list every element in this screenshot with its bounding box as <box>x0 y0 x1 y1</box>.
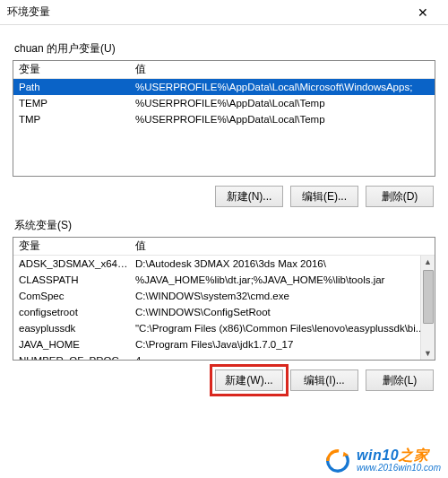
watermark-text: win10之家 www.2016win10.com <box>357 448 441 473</box>
col-header-name[interactable]: 变量 <box>13 239 130 254</box>
watermark-url: www.2016win10.com <box>357 464 441 474</box>
edit-system-var-button[interactable]: 编辑(I)... <box>290 369 358 391</box>
cell-value: %USERPROFILE%\AppData\Local\Temp <box>130 98 435 109</box>
cell-value: C:\Program Files\Java\jdk1.7.0_17 <box>130 339 435 350</box>
new-user-var-button[interactable]: 新建(N)... <box>215 186 283 207</box>
cell-value: %JAVA_HOME%lib\dt.jar;%JAVA_HOME%\lib\to… <box>130 274 435 285</box>
user-vars-list[interactable]: 变量 值 Path %USERPROFILE%\AppData\Local\Mi… <box>13 60 435 177</box>
close-icon[interactable]: ✕ <box>405 0 441 25</box>
cell-value: %USERPROFILE%\AppData\Local\Temp <box>130 114 435 125</box>
scroll-up-icon[interactable]: ▲ <box>422 256 435 268</box>
cell-name: ADSK_3DSMAX_x64_2016 <box>13 258 130 269</box>
system-vars-label: 系统变量(S) <box>14 218 435 233</box>
col-header-value[interactable]: 值 <box>130 239 435 254</box>
system-vars-header: 变量 值 <box>13 238 435 256</box>
system-vars-list[interactable]: 变量 值 ADSK_3DSMAX_x64_2016 D:\Autodesk 3D… <box>13 237 435 361</box>
cell-name: NUMBER_OF_PROCESSORS <box>13 355 130 361</box>
table-row[interactable]: JAVA_HOME C:\Program Files\Java\jdk1.7.0… <box>13 336 435 352</box>
table-row[interactable]: TEMP %USERPROFILE%\AppData\Local\Temp <box>13 95 435 111</box>
table-row[interactable]: Path %USERPROFILE%\AppData\Local\Microso… <box>13 79 435 95</box>
cell-value: %USERPROFILE%\AppData\Local\Microsoft\Wi… <box>130 82 435 92</box>
watermark-logo-icon <box>324 448 351 474</box>
system-vars-buttons: 新建(W)... 编辑(I)... 删除(L) <box>13 369 434 391</box>
cell-name: JAVA_HOME <box>13 339 130 350</box>
watermark: win10之家 www.2016win10.com <box>324 448 441 474</box>
user-vars-buttons: 新建(N)... 编辑(E)... 删除(D) <box>13 186 434 207</box>
table-row[interactable]: NUMBER_OF_PROCESSORS 4 <box>13 352 435 361</box>
scrollbar[interactable]: ▲ ▼ <box>420 256 435 360</box>
delete-user-var-button[interactable]: 删除(D) <box>366 186 434 207</box>
new-system-var-button[interactable]: 新建(W)... <box>215 369 283 391</box>
delete-system-var-button[interactable]: 删除(L) <box>366 369 434 391</box>
cell-name: ComSpec <box>13 291 130 301</box>
table-row[interactable]: easyplussdk "C:\Program Files (x86)\Comm… <box>13 320 435 336</box>
user-vars-header: 变量 值 <box>13 61 435 79</box>
cell-name: configsetroot <box>13 307 130 317</box>
cell-name: easyplussdk <box>13 323 130 334</box>
user-vars-label: chuan 的用户变量(U) <box>14 41 435 56</box>
edit-user-var-button[interactable]: 编辑(E)... <box>290 186 358 207</box>
cell-name: TMP <box>13 114 130 125</box>
cell-value: C:\WINDOWS\system32\cmd.exe <box>130 291 435 301</box>
table-row[interactable]: ADSK_3DSMAX_x64_2016 D:\Autodesk 3DMAX 2… <box>13 256 435 272</box>
table-row[interactable]: CLASSPATH %JAVA_HOME%lib\dt.jar;%JAVA_HO… <box>13 272 435 288</box>
cell-value: D:\Autodesk 3DMAX 2016\3ds Max 2016\ <box>130 258 435 269</box>
col-header-value[interactable]: 值 <box>130 62 435 77</box>
cell-value: 4 <box>130 355 435 361</box>
window-title: 环境变量 <box>7 4 50 20</box>
cell-name: TEMP <box>13 98 130 109</box>
cell-name: CLASSPATH <box>13 274 130 285</box>
table-row[interactable]: configsetroot C:\WINDOWS\ConfigSetRoot <box>13 304 435 320</box>
table-row[interactable]: ComSpec C:\WINDOWS\system32\cmd.exe <box>13 288 435 304</box>
watermark-brand-prefix: win10 <box>357 448 399 463</box>
dialog-content: chuan 的用户变量(U) 变量 值 Path %USERPROFILE%\A… <box>0 25 448 407</box>
cell-value: "C:\Program Files (x86)\Common Files\len… <box>130 323 435 334</box>
scroll-thumb[interactable] <box>423 270 434 324</box>
cell-value: C:\WINDOWS\ConfigSetRoot <box>130 307 435 317</box>
titlebar: 环境变量 ✕ <box>0 0 448 25</box>
watermark-brand-suffix: 之家 <box>399 448 428 463</box>
col-header-name[interactable]: 变量 <box>13 62 130 77</box>
table-row[interactable]: TMP %USERPROFILE%\AppData\Local\Temp <box>13 111 435 127</box>
scroll-down-icon[interactable]: ▼ <box>422 347 435 360</box>
cell-name: Path <box>13 82 130 92</box>
